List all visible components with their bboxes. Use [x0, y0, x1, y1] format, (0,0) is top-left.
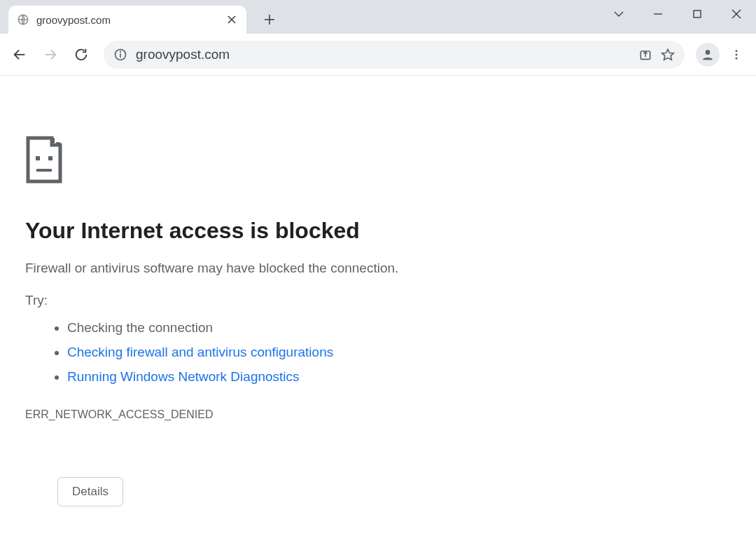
forward-button[interactable] — [36, 41, 64, 69]
svg-marker-21 — [28, 138, 60, 181]
error-code: ERR_NETWORK_ACCESS_DENIED — [25, 408, 560, 421]
try-label: Try: — [25, 293, 560, 308]
svg-point-17 — [706, 50, 710, 55]
suggestion-run-diagnostics: Running Windows Network Diagnostics — [67, 364, 560, 389]
browser-tab[interactable]: groovypost.com — [8, 6, 246, 34]
svg-rect-26 — [36, 169, 52, 172]
profile-button[interactable] — [696, 43, 720, 67]
window-close-button[interactable] — [717, 0, 756, 28]
tab-title: groovypost.com — [36, 14, 218, 26]
svg-rect-6 — [694, 11, 701, 18]
suggestion-check-firewall: Checking firewall and antivirus configur… — [67, 340, 560, 364]
window-dropdown-icon[interactable] — [599, 0, 638, 28]
bookmark-icon[interactable] — [661, 48, 675, 62]
url-text[interactable]: groovypost.com — [136, 47, 630, 62]
titlebar: groovypost.com — [0, 0, 756, 34]
suggestion-link-diagnostics[interactable]: Running Windows Network Diagnostics — [67, 369, 300, 384]
error-page: Your Internet access is blocked Firewall… — [0, 76, 560, 506]
share-icon[interactable] — [638, 48, 652, 62]
svg-point-18 — [736, 50, 738, 52]
reload-button[interactable] — [67, 41, 95, 69]
svg-point-20 — [736, 57, 738, 59]
tab-close-icon[interactable] — [225, 13, 238, 26]
error-subtext: Firewall or antivirus software may have … — [25, 261, 560, 276]
suggestions-list: Checking the connection Checking firewal… — [25, 315, 560, 389]
svg-rect-24 — [36, 156, 40, 160]
suggestion-check-connection: Checking the connection — [67, 315, 560, 340]
svg-rect-22 — [52, 138, 55, 143]
svg-marker-16 — [662, 49, 674, 60]
window-maximize-button[interactable] — [678, 0, 717, 28]
suggestion-link-firewall[interactable]: Checking firewall and antivirus configur… — [67, 345, 333, 359]
window-minimize-button[interactable] — [638, 0, 678, 28]
svg-rect-23 — [56, 142, 60, 145]
address-bar[interactable]: groovypost.com — [104, 41, 685, 69]
menu-button[interactable] — [722, 41, 750, 69]
svg-point-13 — [120, 51, 121, 52]
svg-point-19 — [736, 53, 738, 55]
svg-rect-25 — [48, 156, 52, 160]
site-info-icon[interactable] — [113, 48, 127, 62]
new-tab-button[interactable] — [259, 9, 280, 30]
globe-icon — [17, 13, 29, 26]
window-controls — [599, 0, 756, 28]
suggestion-text: Checking the connection — [67, 320, 213, 335]
details-button[interactable]: Details — [57, 477, 123, 506]
back-button[interactable] — [6, 41, 34, 69]
error-heading: Your Internet access is blocked — [25, 218, 560, 244]
toolbar: groovypost.com — [0, 34, 756, 76]
sad-document-icon — [25, 135, 66, 184]
